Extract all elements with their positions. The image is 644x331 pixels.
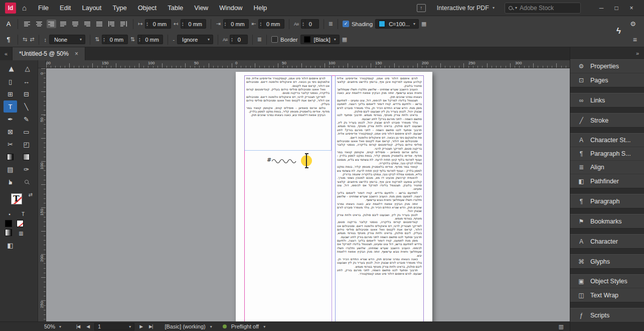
rtl-direction-icon[interactable]: ⇄ [30, 36, 34, 43]
drop-cap-chars-value[interactable]: 0 [234, 37, 247, 43]
pasteboard[interactable]: לורם איפסום דולור סיט אמט, קונסקטורר אדי… [46, 68, 570, 321]
menu-item[interactable]: Layout [76, 4, 107, 12]
border-checkbox[interactable] [271, 36, 278, 43]
panel-item-align[interactable]: ≣Align [570, 161, 644, 174]
character-formatting-button[interactable]: A [4, 20, 13, 28]
stepper[interactable] [230, 35, 234, 44]
align-away-spine-button[interactable] [119, 20, 128, 28]
share-icon[interactable]: ↑ [417, 4, 426, 12]
right-indent-value[interactable]: 0 mm [185, 21, 206, 27]
stepper[interactable] [138, 35, 142, 44]
formatting-affects-text-button[interactable]: T [19, 210, 28, 218]
align-left-button[interactable] [23, 20, 32, 28]
document-tab[interactable]: *Untitled-5 @ 50% × [12, 47, 85, 60]
menu-item[interactable]: Window [214, 4, 248, 12]
drop-cap-chars-field[interactable]: 0 [230, 35, 248, 44]
content-placer-tool[interactable]: ⊟ [20, 88, 33, 100]
right-indent-field[interactable]: 0 mm [181, 19, 207, 29]
apply-none-button[interactable] [17, 220, 24, 227]
align-towards-spine-button[interactable] [107, 20, 116, 28]
panel-item-text-wrap[interactable]: ◫Text Wrap [570, 288, 644, 302]
border-color-dropdown[interactable]: [Black] ▾ [300, 35, 340, 44]
previous-page-button[interactable]: ◀ [85, 324, 91, 329]
align-right-button[interactable] [47, 20, 56, 28]
shading-color-dropdown[interactable]: C=100... ▾ [375, 19, 419, 29]
justify-last-center-button[interactable] [71, 20, 80, 28]
page-tool[interactable]: ▯ [4, 75, 17, 87]
first-line-indent-value[interactable]: 0 mm [227, 21, 248, 27]
zoom-tool[interactable] [20, 176, 33, 188]
space-after-value[interactable]: 0 mm [141, 37, 163, 43]
text-frame-right[interactable]: לורם איפסום דולור סיט אמט, קונסקטורר אדי… [335, 75, 424, 321]
search-input[interactable] [520, 5, 570, 12]
panel-item-pathfinder[interactable]: ◧Pathfinder [570, 174, 644, 188]
pen-tool[interactable]: ✒ [4, 113, 17, 125]
first-page-button[interactable]: |◀ [75, 324, 81, 329]
search-box[interactable]: ▾ [505, 3, 581, 14]
vertical-ruler[interactable]: 0 50 100 150 200 250 [38, 68, 46, 321]
swap-fill-stroke-icon[interactable]: ⇄ [29, 192, 33, 197]
content-collector-tool[interactable]: ⊞ [4, 88, 17, 100]
left-indent-value[interactable]: 0 mm [149, 21, 171, 27]
panel-item-pages[interactable]: ⊡Pages [570, 73, 644, 87]
border-options-icon[interactable]: ▦ [342, 36, 347, 43]
tab-close-icon[interactable]: × [75, 50, 78, 57]
panel-item-bookmarks[interactable]: ⚑Bookmarks [570, 214, 644, 228]
indesign-logo[interactable]: Id [5, 3, 16, 14]
left-indent-field[interactable]: 0 mm [145, 19, 171, 29]
shading-checkbox[interactable]: ✓ [343, 21, 349, 27]
pencil-tool[interactable]: ✎ [20, 113, 33, 125]
expand-panels-icon[interactable]: » [636, 50, 639, 56]
scissors-tool[interactable]: ✂ [4, 138, 17, 150]
panel-item-scripts[interactable]: ƒScripts [570, 308, 644, 322]
drop-cap-lines-value[interactable]: 0 [305, 21, 318, 27]
panel-item-paragraph[interactable]: ¶Paragraph [570, 194, 644, 208]
stepper[interactable] [145, 20, 149, 28]
paragraph-formatting-button[interactable]: ¶ [4, 36, 13, 43]
panel-item-paragraph-styles[interactable]: ¶Paragraph S... [570, 147, 644, 161]
space-before-value[interactable]: 0 mm [106, 37, 127, 43]
stepper[interactable] [259, 20, 263, 28]
space-after-field[interactable]: 0 mm [137, 35, 164, 44]
inline-annotation[interactable]: # [267, 154, 313, 168]
panel-item-glyphs[interactable]: ⌘Glyphs [570, 255, 644, 268]
menu-item[interactable]: Object [132, 4, 163, 12]
bullet-list-icon[interactable]: ≣ [257, 36, 262, 43]
shading-options-icon[interactable]: ▦ [421, 21, 426, 27]
zoom-level-dropdown[interactable]: 50% ▾ [44, 323, 71, 329]
minimize-button[interactable]: ─ [594, 1, 609, 16]
menu-item[interactable]: View [189, 4, 214, 12]
panel-menu-icon[interactable]: ≡ [633, 36, 637, 44]
workspace-switcher[interactable]: Interactive for PDF ▾ [437, 5, 495, 12]
document-page[interactable]: לורם איפסום דולור סיט אמט, קונסקטורר אדי… [236, 72, 432, 321]
menu-item[interactable]: Help [248, 4, 273, 12]
note-tool[interactable]: ▤ [4, 163, 17, 175]
line-tool[interactable]: ╲ [20, 100, 33, 113]
hand-tool[interactable]: ☛ [4, 176, 17, 188]
menu-item[interactable]: Table [162, 4, 189, 12]
lightning-icon[interactable]: ϟ [616, 26, 621, 36]
preflight-profile-dropdown[interactable]: [Basic] (working) ▾ [165, 323, 212, 329]
collapse-panels-icon[interactable]: « [0, 47, 12, 60]
free-transform-tool[interactable]: ◰ [20, 138, 33, 150]
ruler-origin-box[interactable] [38, 60, 46, 68]
panel-item-character-styles[interactable]: ACharacter St... [570, 134, 644, 147]
apply-color-button[interactable] [5, 220, 12, 227]
ltr-direction-icon[interactable]: ⇆ [23, 36, 27, 43]
numbered-list-icon[interactable]: ≣ [329, 21, 333, 27]
panel-item-properties[interactable]: ⚙Properties [570, 60, 644, 73]
gap-tool[interactable]: ↔ [20, 75, 33, 87]
fill-stroke-indicator[interactable]: T ⇄ [8, 192, 34, 208]
direct-selection-tool[interactable]: ▷ [20, 63, 33, 75]
last-page-button[interactable]: ▶| [147, 324, 154, 329]
justify-last-right-button[interactable] [83, 20, 92, 28]
apply-gradient-button[interactable] [5, 229, 12, 236]
last-line-indent-field[interactable]: 0 mm [258, 19, 284, 29]
panel-item-links[interactable]: ∞Links [570, 93, 644, 107]
space-before-field[interactable]: 0 mm [102, 35, 128, 44]
close-button[interactable]: × [624, 1, 639, 16]
eyedropper-tool[interactable]: ✑ [20, 163, 33, 175]
preflight-status-dropdown[interactable]: Preflight off ▾ [223, 323, 265, 329]
spread-view-button[interactable]: ▥ [559, 323, 570, 330]
panel-item-object-styles[interactable]: ▣Object Styles [570, 275, 644, 288]
